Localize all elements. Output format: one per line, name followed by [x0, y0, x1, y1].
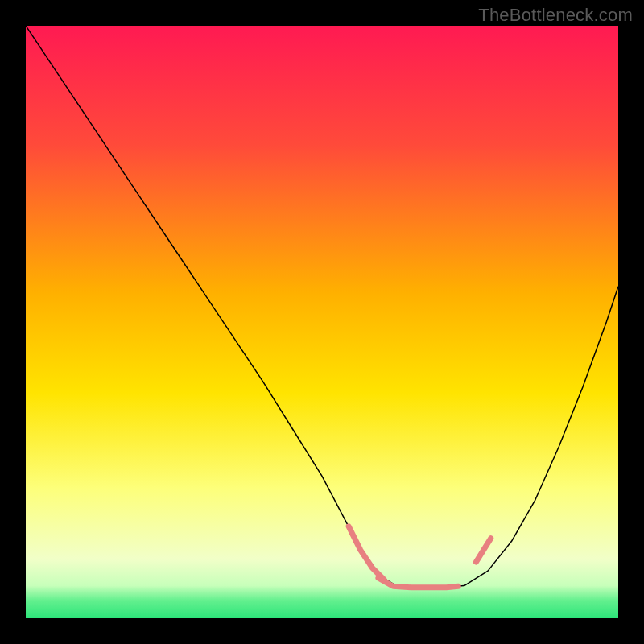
watermark-text: TheBottleneck.com	[478, 5, 633, 26]
plot-area	[26, 26, 618, 618]
chart-frame: TheBottleneck.com	[0, 0, 644, 644]
gradient-background	[26, 26, 618, 618]
chart-svg	[26, 26, 618, 618]
